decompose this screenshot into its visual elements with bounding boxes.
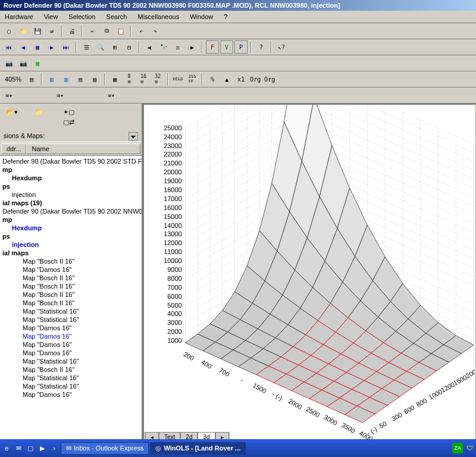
delta-icon[interactable]: ▲ [220, 73, 233, 86]
tree-item[interactable]: Hexdump [1, 174, 140, 182]
org-icon[interactable]: Org [249, 73, 262, 86]
redo-icon[interactable]: ↷ [149, 24, 162, 37]
quick-media-icon[interactable]: ▶ [37, 443, 48, 453]
tree-item[interactable]: Map "Bosch II 16" [1, 290, 140, 299]
x1-icon[interactable]: x1 [234, 73, 248, 86]
binoculars-icon[interactable]: 🔭 [157, 40, 170, 54]
bit16-icon[interactable]: 16⊞ [137, 73, 150, 86]
tool-b-icon[interactable]: ▢⇄ [63, 118, 74, 126]
dd3-icon[interactable]: ≡▾ [105, 89, 118, 102]
menu-misc[interactable]: Miscellaneous [133, 12, 184, 21]
nav-last-icon[interactable]: ⏭ [60, 40, 73, 54]
table-icon[interactable]: ☰ [80, 40, 93, 54]
tree-item[interactable]: Map "Damos 16" [1, 340, 140, 349]
context-help-icon[interactable]: ↖? [275, 40, 288, 54]
tree-item[interactable]: Map "Bosch II 16" [1, 282, 140, 290]
tree-item[interactable]: Map "Statistical 16" [1, 357, 140, 365]
quick-ie-icon[interactable]: e [1, 443, 12, 453]
tool2-icon[interactable]: ⊟ [123, 40, 136, 54]
tool1-icon[interactable]: ⊞ [108, 40, 121, 54]
grid-icon[interactable]: ▦ [31, 40, 44, 54]
sidebar-dropdown-icon[interactable] [129, 132, 138, 140]
tree-item[interactable]: mp [1, 165, 140, 174]
scale-icon[interactable]: ⚖ [171, 40, 184, 54]
grid1-icon[interactable]: ▦ [108, 73, 121, 86]
cam2-icon[interactable]: 📷 [17, 57, 30, 70]
paste-icon[interactable]: 📋 [114, 24, 127, 37]
org2-icon[interactable]: Org [263, 73, 276, 86]
tree-item[interactable]: ial maps [1, 249, 140, 257]
tree-item[interactable]: Map "Bosch II 16" [1, 257, 140, 265]
tree-item[interactable]: Map "Damos 16" [1, 265, 140, 274]
tree-item[interactable]: ps [1, 182, 140, 190]
tree-item[interactable]: Defender 90 (Dakar Bowler TD5 90 2002 NN… [1, 207, 140, 215]
zoom-fit-icon[interactable]: ▤ [25, 73, 38, 86]
dd2-icon[interactable]: ≡▾ [54, 89, 67, 102]
tree-item[interactable]: Hexdump [1, 224, 140, 232]
menu-selection[interactable]: Selection [64, 12, 100, 21]
tree-item[interactable]: Map "Bosch II 16" [1, 365, 140, 374]
f-button[interactable]: F [206, 40, 219, 54]
tree-item[interactable]: Map "Damos 16" [1, 324, 140, 332]
cut-icon[interactable]: ✂ [86, 24, 99, 37]
tool-a-icon[interactable]: ✦▢ [63, 108, 74, 116]
task-winols[interactable]: ◎ WinOLS - [Land Rover ... [150, 442, 246, 455]
ff255-icon[interactable]: 255 FF [186, 73, 199, 86]
tray-shield-icon[interactable]: 🛡 [464, 443, 475, 453]
help-icon[interactable]: ? [255, 40, 268, 54]
tree-item[interactable]: Map "Damos 16" [1, 349, 140, 357]
task-outlook[interactable]: ✉ Inbox - Outlook Express [61, 442, 149, 455]
folder-open-icon[interactable]: 📂▾ [6, 108, 23, 123]
tree-item[interactable]: mp [1, 215, 140, 224]
v-button[interactable]: V [220, 40, 233, 54]
tray-zone-icon[interactable]: ZA [452, 443, 463, 453]
quick-desktop-icon[interactable]: ▢ [25, 443, 36, 453]
undo-icon[interactable]: ↶ [134, 24, 148, 37]
map-tree[interactable]: Defender 90 (Dakar Bowler TD5 90 2002 ST… [0, 156, 142, 443]
nav-prev-icon[interactable]: ◀ [17, 40, 30, 54]
tree-item[interactable]: injection [1, 240, 140, 249]
nav-first-icon[interactable]: ⏮ [2, 40, 15, 54]
tree-item[interactable]: Map "Statistical 16" [1, 315, 140, 324]
chart-3d-view[interactable]: 1000200030004000500060007000800090001000… [143, 104, 476, 443]
percent-icon[interactable]: % [206, 73, 219, 86]
menu-window[interactable]: Window [185, 12, 218, 21]
bars2-icon[interactable]: ▥ [60, 73, 73, 86]
tree-item[interactable]: Map "Damos 16" [1, 390, 140, 399]
search-icon[interactable]: 🔍 [94, 40, 107, 54]
cam1-icon[interactable]: 📷 [2, 57, 15, 70]
hilo-icon[interactable]: HILO [171, 73, 184, 86]
menu-hardware[interactable]: Hardware [0, 12, 38, 21]
copy-icon[interactable]: ⧉ [100, 24, 113, 37]
tree-item[interactable]: Map "Bosch II 16" [1, 299, 140, 307]
bit32-icon[interactable]: 32⊞ [151, 73, 164, 86]
arrow-right-icon[interactable]: ▶ [186, 40, 199, 54]
quick-mail-icon[interactable]: ✉ [13, 443, 24, 453]
arrow-left-icon[interactable]: ◀ [143, 40, 156, 54]
tree-item[interactable]: ial maps (19) [1, 199, 140, 207]
bars1-icon[interactable]: ▥ [45, 73, 58, 86]
save-icon[interactable]: 💾 [31, 24, 44, 37]
print-icon[interactable]: 🖨 [65, 24, 79, 37]
new-icon[interactable]: ▢ [2, 24, 15, 37]
tree-item[interactable]: ps [1, 232, 140, 240]
menu-help[interactable]: ? [219, 12, 232, 21]
menu-search[interactable]: Search [102, 12, 132, 21]
nav-next-icon[interactable]: ▶ [45, 40, 58, 54]
menu-view[interactable]: View [39, 12, 63, 21]
compare-icon[interactable]: ⇄ [45, 24, 58, 37]
folder-add-icon[interactable]: 📁 [35, 108, 51, 123]
tree-item[interactable]: Map "Statistical 16" [1, 382, 140, 390]
col-addr[interactable]: ddr... [1, 143, 26, 154]
dd1-icon[interactable]: ≡▾ [2, 89, 15, 102]
open-icon[interactable]: 📁 [17, 24, 30, 37]
tree-item[interactable]: Map "Damos 16" [1, 332, 140, 340]
cam3-icon[interactable]: ▦ [31, 57, 44, 70]
col-name[interactable]: Name [26, 143, 140, 154]
bars3-icon[interactable]: ▤ [74, 73, 87, 86]
bars4-icon[interactable]: ▧ [88, 73, 101, 86]
p-button[interactable]: P [234, 40, 248, 54]
tree-item[interactable]: Map "Statistical 16" [1, 307, 140, 315]
tree-item[interactable]: Map "Statistical 16" [1, 374, 140, 382]
bit8-icon[interactable]: 8⊞ [123, 73, 136, 86]
